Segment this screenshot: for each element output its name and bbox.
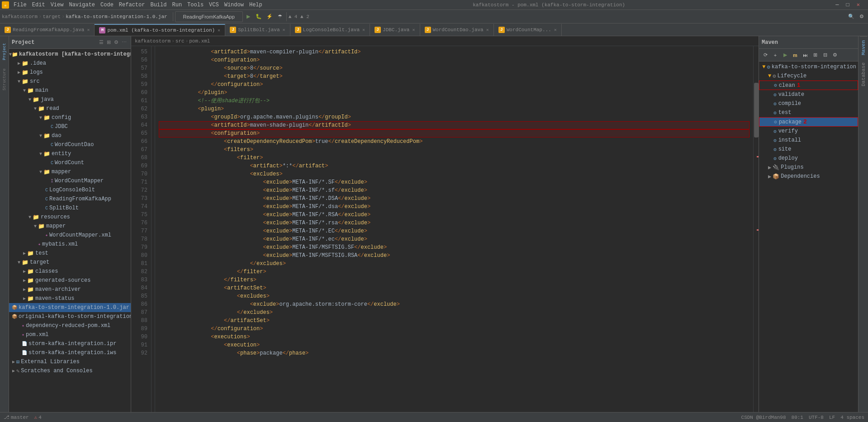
tree-mapper-res[interactable]: ▼ 📁 mapper [9,222,131,231]
tree-wcmapper[interactable]: ▶ I WordCountMapper [9,176,131,185]
tab-close-7[interactable]: ✕ [554,27,557,33]
menu-vcs[interactable]: VCS [206,0,222,10]
maven-lifecycle[interactable]: ▼ ⚙ Lifecycle [759,71,858,81]
editor-scrollbar[interactable] [753,46,759,412]
tree-jar-file[interactable]: ▶ 📦 kafka-to-storm-integration-1.0.jar 3 [9,303,131,312]
minimize-btn[interactable]: ─ [833,0,841,10]
maven-verify[interactable]: ⚙ verify [759,127,858,136]
close-btn[interactable]: ✕ [854,0,863,10]
panel-list-btn[interactable]: ☰ [98,39,105,46]
tree-splitbolt[interactable]: ▶ C SplitBolt [9,204,131,213]
maven-m-btn[interactable]: m [791,50,800,61]
tab-close-3[interactable]: ✕ [283,27,285,33]
maven-clean[interactable]: ⚙ clean 1 [759,81,858,90]
tree-test[interactable]: ▶ 📁 test [9,249,131,258]
tree-rfka[interactable]: ▶ C ReadingFromKafkaApp [9,194,131,204]
tree-entity[interactable]: ▼ 📁 entity [9,149,131,158]
tab-close-6[interactable]: ✕ [486,27,489,33]
search-btn[interactable]: 🔍 [846,11,856,22]
tree-scratches[interactable]: ▶ ✎ Scratches and Consoles [9,366,131,375]
maven-site[interactable]: ⚙ site [759,145,858,154]
coverage-button[interactable]: ☂ [275,11,285,22]
maven-refresh-btn[interactable]: ⟳ [761,50,770,61]
panel-tree-btn[interactable]: ⊞ [105,39,112,46]
tree-config[interactable]: ▼ 📁 config [9,113,131,122]
maven-package[interactable]: ⚙ package 2 [759,117,858,127]
menu-help[interactable]: Help [247,0,265,10]
tree-java[interactable]: ▼ 📁 java [9,95,131,104]
code-content[interactable]: <artifactId>maven-compiler-plugin</artif… [155,46,753,412]
menu-tools[interactable]: Tools [185,0,206,10]
tree-mapper-java[interactable]: ▼ 📁 mapper [9,167,131,176]
tree-logs[interactable]: ▶ 📁 logs [9,68,131,77]
tab-close-5[interactable]: ✕ [412,27,415,33]
maven-compile[interactable]: ⚙ compile [759,99,858,108]
tree-maven-arch[interactable]: ▶ 📁 maven-archiver [9,285,131,294]
maven-root[interactable]: ▼ ⚙ kafka-to-storm-integration [759,62,858,71]
tree-dep-pom[interactable]: ▶ ✦ dependency-reduced-pom.xml [9,321,131,330]
tab-close-1[interactable]: ✕ [87,27,90,33]
scrollbar-thumb[interactable] [754,83,759,138]
tab-close-2[interactable]: ✕ [218,28,220,33]
panel-gear-btn[interactable]: ⚙ [113,39,120,46]
vtab-maven[interactable]: Maven [860,36,867,59]
tree-pom-xml[interactable]: ▶ ✦ pom.xml [9,330,131,339]
maven-run-btn[interactable]: ▶ [781,50,790,61]
menu-window[interactable]: Window [222,0,247,10]
tree-orig-jar[interactable]: ▶ 📦 original-kafka-to-storm-integration-… [9,312,131,321]
menu-file[interactable]: File [11,0,29,10]
tab-logconsolebolt[interactable]: J LogConsoleBolt.java ✕ [290,24,370,36]
maven-dependencies[interactable]: ▶ 📦 Dependencies [759,172,858,181]
tree-target[interactable]: ▼ 📁 target [9,258,131,267]
menu-edit[interactable]: Edit [29,0,48,10]
tree-classes[interactable]: ▶ 📁 classes [9,267,131,276]
tree-main[interactable]: ▼ 📁 main [9,86,131,95]
tab-wordcountmap[interactable]: J WordCountMap... ✕ [494,24,562,36]
profile-button[interactable]: ⚡ [265,11,275,22]
tree-mybatis-xml[interactable]: ▶ ✦ mybatis.xml [9,240,131,249]
tab-pom-xml[interactable]: M pom.xml (kafka-to-storm-integration) ✕ [95,24,225,36]
vtab-database[interactable]: Database [860,59,867,90]
tree-ext-libs[interactable]: ▶ ⊞ External Libraries [9,357,131,366]
tree-lcbolt[interactable]: ▶ C LogConsoleBolt [9,185,131,194]
vtab-project[interactable]: Project [0,38,9,65]
menu-navigate[interactable]: Navigate [66,0,98,10]
debug-button[interactable]: 🐛 [254,11,264,22]
run-button[interactable]: ▶ [244,11,253,22]
maven-test[interactable]: ⚙ test [759,108,858,117]
vtab-structure[interactable]: Structure [0,66,9,93]
tree-src[interactable]: ▼ 📁 src [9,77,131,86]
menu-refactor[interactable]: Refactor [116,0,148,10]
maven-skip-btn[interactable]: ⏭ [801,50,810,61]
tree-idea[interactable]: ▶ 📁 .idea [9,59,131,68]
menu-code[interactable]: Code [98,0,116,10]
maven-add-btn[interactable]: + [771,50,780,61]
tree-gen-sources[interactable]: ▶ 📁 generated-sources [9,276,131,285]
tree-root[interactable]: ▼ 📁 kafkatostorm [kafka-to-storm-integra… [9,50,131,59]
maximize-btn[interactable]: □ [844,0,852,10]
maven-collapse-btn[interactable]: ⊟ [821,50,830,61]
tree-wordcountdao[interactable]: ▶ C WordCountDao [9,140,131,149]
tree-dao[interactable]: ▼ 📁 dao [9,131,131,140]
tree-ipr[interactable]: ▶ 📄 storm-kafka-integration.ipr [9,339,131,348]
tree-iws[interactable]: ▶ 📄 storm-kafka-integration.iws [9,348,131,357]
tree-wcmapper-xml[interactable]: ▶ ✦ WordCountMapper.xml [9,231,131,240]
tree-read[interactable]: ▼ 📁 read [9,104,131,113]
menu-run[interactable]: Run [169,0,185,10]
tab-readingfromkafkaapp[interactable]: J ReadingFromKafkaApp.java ✕ [0,24,95,36]
maven-plugins[interactable]: ▶ 🔌 Plugins [759,163,858,172]
menu-view[interactable]: View [48,0,66,10]
maven-settings-btn[interactable]: ⚙ [830,50,840,61]
panel-more-btn[interactable]: ⋯ [120,39,128,46]
tab-splitbolt[interactable]: J SplitBolt.java ✕ [225,24,290,36]
tree-wordcount[interactable]: ▶ C WordCount [9,158,131,167]
maven-validate[interactable]: ⚙ validate [759,90,858,99]
tab-close-4[interactable]: ✕ [362,27,365,33]
tree-resources[interactable]: ▼ 📁 resources [9,213,131,222]
run-config-selector[interactable]: ReadingFromKafkaApp [175,11,243,22]
tree-maven-status[interactable]: ▶ 📁 maven-status [9,294,131,303]
maven-install[interactable]: ⚙ install [759,136,858,145]
maven-expand-btn[interactable]: ⊞ [811,50,820,61]
tab-jdbc[interactable]: J JDBC.java ✕ [370,24,420,36]
maven-deploy[interactable]: ⚙ deploy [759,154,858,163]
